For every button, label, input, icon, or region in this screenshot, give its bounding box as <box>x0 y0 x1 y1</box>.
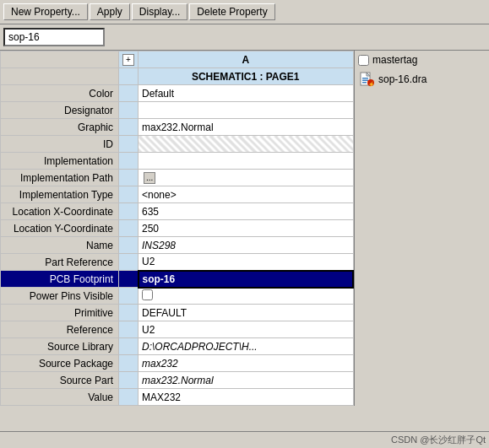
power-pins-checkbox[interactable] <box>142 289 153 300</box>
svg-rect-2 <box>362 78 368 79</box>
expand-button[interactable]: + <box>122 54 134 66</box>
table-row: Source Packagemax232 <box>1 355 354 372</box>
property-label: Source Part <box>1 372 119 389</box>
row-expand-cell <box>119 372 139 389</box>
property-value <box>139 153 354 170</box>
property-value: 635 <box>139 203 354 220</box>
row-expand-cell <box>119 271 139 288</box>
row-expand-cell <box>119 102 139 119</box>
path-cell: ... <box>142 172 350 184</box>
bottom-bar: CSDN @长沙红胖子Qt <box>0 431 489 448</box>
row-expand-cell <box>119 355 139 372</box>
property-value: U2 <box>139 254 354 271</box>
path-ellipsis-button[interactable]: ... <box>144 172 155 184</box>
toolbar: New Property... Apply Display... Delete … <box>0 0 489 24</box>
property-value: DEFAULT <box>139 305 354 321</box>
property-value: D:\ORCADPROJECT\H... <box>139 338 354 355</box>
table-row: Implementation Path... <box>1 170 354 186</box>
mastertag-item: mastertag <box>358 54 486 66</box>
row-expand-cell <box>119 288 139 305</box>
table-row: Source Partmax232.Normal <box>1 372 354 389</box>
table-row: ID <box>1 136 354 153</box>
table-row: ColorDefault <box>1 85 354 102</box>
property-label: Primitive <box>1 305 119 321</box>
property-label: Reference <box>1 321 119 338</box>
file-item: ⚡ sop-16.dra <box>358 69 486 89</box>
properties-table: + A SCHEMATIC1 : PAGE1 ColorDefaultDesig… <box>0 51 354 406</box>
right-panel: mastertag ⚡ sop-16.dra <box>354 51 489 406</box>
property-value: max232 <box>139 355 354 372</box>
property-value: 250 <box>139 220 354 237</box>
property-label: ID <box>1 136 119 153</box>
table-row: Location X-Coordinate635 <box>1 203 354 220</box>
property-value: INS298 <box>139 237 354 254</box>
property-value <box>139 102 354 119</box>
new-property-button[interactable]: New Property... <box>3 3 88 20</box>
property-value: <none> <box>139 186 354 203</box>
search-bar <box>0 24 489 51</box>
table-row: Source LibraryD:\ORCADPROJECT\H... <box>1 338 354 355</box>
table-row: Part ReferenceU2 <box>1 254 354 271</box>
row-expand-cell <box>119 203 139 220</box>
property-label: Implementation Path <box>1 170 119 186</box>
property-label: Power Pins Visible <box>1 288 119 305</box>
table-row: Implementation <box>1 153 354 170</box>
table-row: Power Pins Visible <box>1 288 354 305</box>
svg-rect-4 <box>362 82 367 84</box>
row-expand-cell <box>119 338 139 355</box>
property-value[interactable]: sop-16 <box>139 271 354 288</box>
table-row: ReferenceU2 <box>1 321 354 338</box>
property-label: Location X-Coordinate <box>1 203 119 220</box>
property-label: Implementation Type <box>1 186 119 203</box>
property-value: ... <box>139 170 354 186</box>
table-row: PrimitiveDEFAULT <box>1 305 354 321</box>
row-expand-cell <box>119 254 139 271</box>
property-label: Source Library <box>1 338 119 355</box>
table-row: NameINS298 <box>1 237 354 254</box>
mastertag-label: mastertag <box>372 54 417 66</box>
property-value: Default <box>139 85 354 102</box>
file-icon: ⚡ <box>358 71 375 88</box>
row-expand-cell <box>119 186 139 203</box>
property-value <box>139 136 354 153</box>
table-row: Designator <box>1 102 354 119</box>
schematic-label: SCHEMATIC1 : PAGE1 <box>139 68 354 85</box>
property-label: Location Y-Coordinate <box>1 220 119 237</box>
row-expand-cell <box>119 220 139 237</box>
svg-text:⚡: ⚡ <box>368 81 375 88</box>
table-row: Location Y-Coordinate250 <box>1 220 354 237</box>
table-row: Graphicmax232.Normal <box>1 119 354 136</box>
file-label: sop-16.dra <box>378 73 427 85</box>
property-value: max232.Normal <box>139 119 354 136</box>
property-label: Source Package <box>1 355 119 372</box>
property-value: max232.Normal <box>139 372 354 389</box>
property-value: U2 <box>139 321 354 338</box>
credit-text: CSDN @长沙红胖子Qt <box>391 435 486 445</box>
row-expand-cell <box>119 85 139 102</box>
column-a-header: A <box>139 51 354 68</box>
property-label: Value <box>1 389 119 406</box>
property-value[interactable] <box>139 288 354 305</box>
row-expand-cell <box>119 119 139 136</box>
row-expand-cell <box>119 136 139 153</box>
row-expand-cell <box>119 321 139 338</box>
row-expand-cell <box>119 170 139 186</box>
property-label: Implementation <box>1 153 119 170</box>
property-label: Graphic <box>1 119 119 136</box>
mastertag-checkbox[interactable] <box>358 55 369 66</box>
property-value: MAX232 <box>139 389 354 406</box>
row-expand-cell <box>119 237 139 254</box>
apply-button[interactable]: Apply <box>90 3 130 20</box>
delete-property-button[interactable]: Delete Property <box>189 3 274 20</box>
property-label: Color <box>1 85 119 102</box>
display-button[interactable]: Display... <box>132 3 187 20</box>
property-label: PCB Footprint <box>1 271 119 288</box>
property-label: Part Reference <box>1 254 119 271</box>
table-row: PCB Footprintsop-16 <box>1 271 354 288</box>
property-label: Designator <box>1 102 119 119</box>
main-area: + A SCHEMATIC1 : PAGE1 ColorDefaultDesig… <box>0 51 489 406</box>
row-expand-cell <box>119 305 139 321</box>
property-label: Name <box>1 237 119 254</box>
search-input[interactable] <box>3 28 105 46</box>
row-expand-cell <box>119 153 139 170</box>
